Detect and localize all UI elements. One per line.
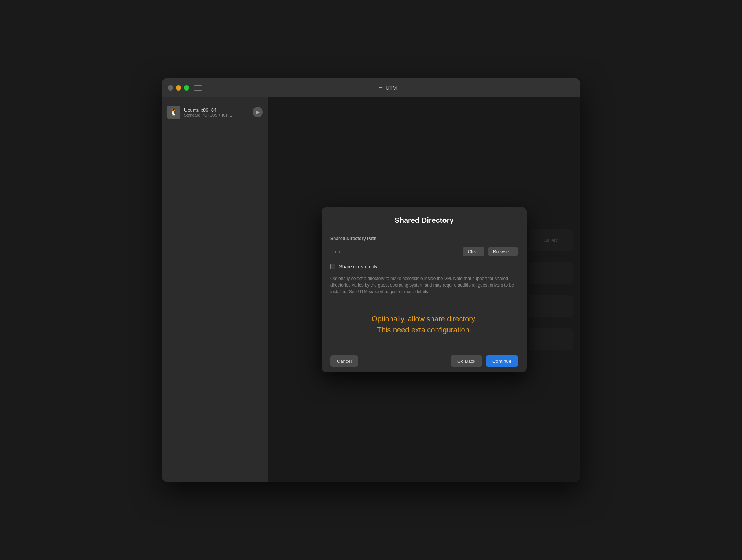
continue-button[interactable]: Continue bbox=[486, 355, 518, 367]
titlebar: + UTM bbox=[162, 78, 580, 97]
vm-subtitle: Standard PC (Q35 + ICH... bbox=[184, 113, 249, 117]
footer-right-buttons: Go Back Continue bbox=[451, 355, 518, 367]
read-only-checkbox[interactable] bbox=[330, 264, 335, 269]
browse-button[interactable]: Browse... bbox=[488, 247, 518, 256]
description-text: Optionally select a directory to make ac… bbox=[322, 274, 527, 302]
highlight-line1: Optionally, allow share directory. bbox=[330, 313, 518, 324]
vm-icon: 🐧 bbox=[167, 106, 180, 119]
sidebar-item-ubuntu[interactable]: 🐧 Ubuntu x86_64 Standard PC (Q35 + ICH..… bbox=[162, 102, 268, 122]
close-button[interactable] bbox=[168, 85, 173, 91]
modal-body: Shared Directory Path Path Clear Browse.… bbox=[322, 231, 527, 350]
section-label: Shared Directory Path bbox=[322, 231, 527, 244]
vm-name: Ubuntu x86_64 bbox=[184, 107, 249, 113]
modal-overlay: Shared Directory Shared Directory Path P… bbox=[268, 97, 580, 482]
titlebar-center: + UTM bbox=[202, 84, 574, 92]
shared-directory-modal: Shared Directory Shared Directory Path P… bbox=[322, 207, 527, 372]
checkbox-row: Share is read only bbox=[322, 259, 527, 274]
clear-button[interactable]: Clear bbox=[463, 247, 484, 256]
add-vm-button[interactable]: + bbox=[379, 84, 383, 92]
vm-info: Ubuntu x86_64 Standard PC (Q35 + ICH... bbox=[184, 107, 249, 117]
traffic-lights bbox=[168, 85, 189, 91]
go-back-button[interactable]: Go Back bbox=[451, 355, 482, 367]
app-title: UTM bbox=[386, 85, 397, 91]
path-label: Path bbox=[330, 249, 459, 254]
highlight-message: Optionally, allow share directory. This … bbox=[322, 302, 527, 350]
modal-footer: Cancel Go Back Continue bbox=[322, 350, 527, 372]
sidebar-toggle-button[interactable] bbox=[194, 85, 202, 91]
modal-title: Shared Directory bbox=[330, 216, 518, 225]
vm-play-button[interactable]: ▶ bbox=[253, 107, 263, 117]
highlight-line2: This need exta configuration. bbox=[330, 324, 518, 335]
window-content: 🐧 Ubuntu x86_64 Standard PC (Q35 + ICH..… bbox=[162, 97, 580, 482]
minimize-button[interactable] bbox=[176, 85, 181, 91]
path-row: Path Clear Browse... bbox=[322, 244, 527, 259]
cancel-button[interactable]: Cancel bbox=[330, 355, 358, 367]
app-window: + UTM 🐧 Ubuntu x86_64 Standard PC (Q35 +… bbox=[162, 78, 580, 482]
maximize-button[interactable] bbox=[184, 85, 189, 91]
modal-header: Shared Directory bbox=[322, 207, 527, 231]
checkbox-label: Share is read only bbox=[339, 264, 378, 269]
sidebar: 🐧 Ubuntu x86_64 Standard PC (Q35 + ICH..… bbox=[162, 97, 268, 482]
main-area: Gallery Shared Directory Shared Director… bbox=[268, 97, 580, 482]
